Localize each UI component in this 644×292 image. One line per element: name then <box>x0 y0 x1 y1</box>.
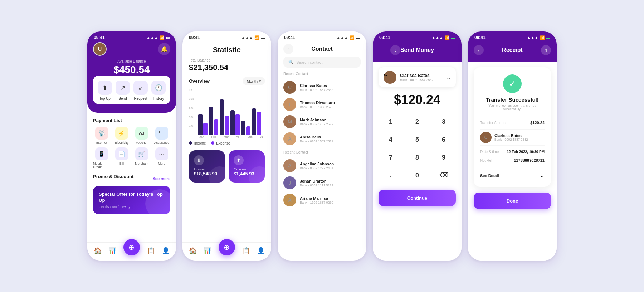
recipient-name: Clarissa Bates <box>400 73 443 78</box>
datetime-value: 12 Feb 2022, 10:30 PM <box>507 150 545 154</box>
backspace-btn[interactable]: ⌫ <box>431 167 456 183</box>
merchant-label: Merchant <box>135 162 148 165</box>
signal-icon: ▲▲▲ <box>146 35 158 40</box>
num-7[interactable]: 7 <box>379 150 403 165</box>
num-1[interactable]: 1 <box>379 114 403 130</box>
nav-center-btn[interactable]: ⊕ <box>123 239 140 256</box>
contact-ariana[interactable]: A Ariana Marnisa Bank - 1102 1637 0230 <box>283 191 361 209</box>
nav-home[interactable]: 🏠 <box>94 247 102 255</box>
pay-mobile[interactable]: 📱 Mobile Credit <box>93 147 110 169</box>
nav-stats[interactable]: 📊 <box>108 247 116 255</box>
num-0[interactable]: 0 <box>405 167 429 183</box>
screens-container: 09:41 ▲▲▲ 📶 ▭ U 🔔 Available Balance $450… <box>77 17 567 275</box>
contact-body: ‹ Contact 🔍 Search contact Recent Contac… <box>278 42 366 261</box>
num-9[interactable]: 9 <box>431 150 456 165</box>
done-button[interactable]: Done <box>474 193 551 209</box>
status-icons-5: ▲▲▲ 📶 ▬ <box>527 35 550 40</box>
bar-jun <box>241 121 250 135</box>
receipt-recipient-bank: Bank - 0002 1887 2532 <box>494 138 545 141</box>
promo-title: Promo & Discount <box>93 174 133 179</box>
back-button-5[interactable]: ‹ <box>474 45 484 55</box>
income-bar-jun <box>241 121 245 135</box>
more-label: More <box>158 162 166 165</box>
receipt-recipient-info: Clarissa Bates Bank - 0002 1887 2532 <box>494 133 545 141</box>
contact-thomas[interactable]: T Thomas Diwantara Bank - 0002 1333 2572 <box>283 96 361 113</box>
avatar[interactable]: U <box>93 42 107 56</box>
share-button[interactable]: ⇧ <box>541 45 551 55</box>
see-detail-row[interactable]: See Detail ⌄ <box>480 169 545 182</box>
contact-mark[interactable]: M Mark Johnson Bank - 0002 1487 2522 <box>283 113 361 130</box>
expense-legend: Expense <box>211 141 230 145</box>
expense-bar-jan <box>203 123 208 135</box>
phone-receipt: 09:41 ▲▲▲ 📶 ▬ ‹ Receipt ⇧ ✓ Transfer Suc… <box>468 31 557 261</box>
assurance-label: Assurance <box>154 141 170 145</box>
payment-grid: 📡 Internet ⚡ Electricity 🎟 Voucher 🛡 Ass… <box>93 127 170 169</box>
income-bar-mar <box>220 99 224 135</box>
pay-electricity[interactable]: ⚡ Electricity <box>113 127 130 145</box>
battery-icon-5: ▬ <box>546 35 550 40</box>
search-box[interactable]: 🔍 Search contact <box>283 57 361 68</box>
nav-receipt-2[interactable]: 📋 <box>242 247 250 255</box>
pay-merchant[interactable]: 🛒 Merchant <box>133 147 150 169</box>
mobile-icon: 📱 <box>95 147 108 160</box>
income-bar-jan <box>198 114 203 135</box>
action-send[interactable]: ↗ Send <box>116 81 130 101</box>
num-dot[interactable]: . <box>379 167 403 183</box>
receipt-divider-1 <box>480 116 545 116</box>
history-icon: 🕐 <box>151 81 166 95</box>
continue-button[interactable]: Continue <box>379 190 456 206</box>
contact-name-ariana: Ariana Marnisa <box>300 196 361 200</box>
num-4[interactable]: 4 <box>379 132 403 147</box>
electricity-label: Electricity <box>115 141 129 145</box>
num-3[interactable]: 3 <box>431 114 456 130</box>
contact-johan[interactable]: J Johan Crafton Bank - 0002 1111 5122 <box>283 174 361 191</box>
num-2[interactable]: 2 <box>405 114 429 130</box>
back-button[interactable]: ‹ <box>283 44 293 54</box>
num-5[interactable]: 5 <box>405 132 429 147</box>
action-request[interactable]: ↙ Request <box>133 81 148 101</box>
nav-profile-2[interactable]: 👤 <box>257 247 265 255</box>
topup-label: Top Up <box>99 97 111 101</box>
nav-profile[interactable]: 👤 <box>162 247 170 255</box>
pay-internet[interactable]: 📡 Internet <box>93 127 110 145</box>
action-history[interactable]: 🕐 History <box>151 81 166 101</box>
expense-bar-jun <box>246 126 250 135</box>
recipient-selector[interactable]: C Clarissa Bates Bank - 0002 1887 2532 ⌄ <box>379 67 456 87</box>
nav-home-2[interactable]: 🏠 <box>189 247 197 255</box>
see-detail-label: See Detail <box>480 174 499 178</box>
nav-receipt[interactable]: 📋 <box>147 247 155 255</box>
notification-bell[interactable]: 🔔 <box>158 43 170 55</box>
contact-anisa[interactable]: A Anisa Bella Bank - 0202 1587 2511 <box>283 130 361 147</box>
contact-clarissa[interactable]: C Clarissa Bates Bank - 0002 1887 2532 <box>283 79 361 96</box>
wifi-icon-3: 📶 <box>350 35 355 40</box>
receipt-header: ‹ Receipt ⇧ <box>468 42 557 62</box>
pay-bill[interactable]: 📄 Bill <box>113 147 130 169</box>
pay-more[interactable]: ⋯ More <box>153 147 170 169</box>
recent-section-2: Recent Contact A Angelina Johnson Bank -… <box>283 150 361 209</box>
nav-center-btn-2[interactable]: ⊕ <box>219 239 235 256</box>
contact-angelina[interactable]: A Angelina Johnson Bank - 0002 1227 2451 <box>283 157 361 174</box>
income-legend: Income <box>189 141 206 145</box>
income-bar-apr <box>230 110 235 135</box>
contact-info-ariana: Ariana Marnisa Bank - 1102 1637 0230 <box>300 196 361 204</box>
avatar-thomas: T <box>283 98 296 111</box>
bottom-nav-1: 🏠 📊 ⊕ 📋 👤 <box>87 242 176 261</box>
transfer-success-title: Transfer Successful! <box>480 97 545 103</box>
promo-card[interactable]: Special Offer for Today's Top Up Get dis… <box>93 186 170 214</box>
pay-voucher[interactable]: 🎟 Voucher <box>133 127 150 145</box>
nav-stats-2[interactable]: 📊 <box>204 247 211 255</box>
avatar-johan: J <box>283 176 296 189</box>
contact-name-thomas: Thomas Diwantara <box>300 101 361 105</box>
recent-label-2: Recent Contact <box>283 150 361 154</box>
num-6[interactable]: 6 <box>431 132 456 147</box>
status-bar-3: 09:41 ▲▲▲ 📶 ▬ <box>278 31 366 42</box>
action-topup[interactable]: ⬆ Top Up <box>98 81 112 101</box>
income-card: ⬇ Income $18,548.99 <box>189 150 225 182</box>
month-selector[interactable]: Month ▾ <box>243 77 265 85</box>
back-button-4[interactable]: ‹ <box>390 45 400 55</box>
num-8[interactable]: 8 <box>405 150 429 165</box>
pay-assurance[interactable]: 🛡 Assurance <box>153 127 170 145</box>
datetime-label: Date & time <box>480 150 499 154</box>
see-more-btn[interactable]: See more <box>152 176 170 181</box>
expense-bar-feb <box>214 119 218 135</box>
